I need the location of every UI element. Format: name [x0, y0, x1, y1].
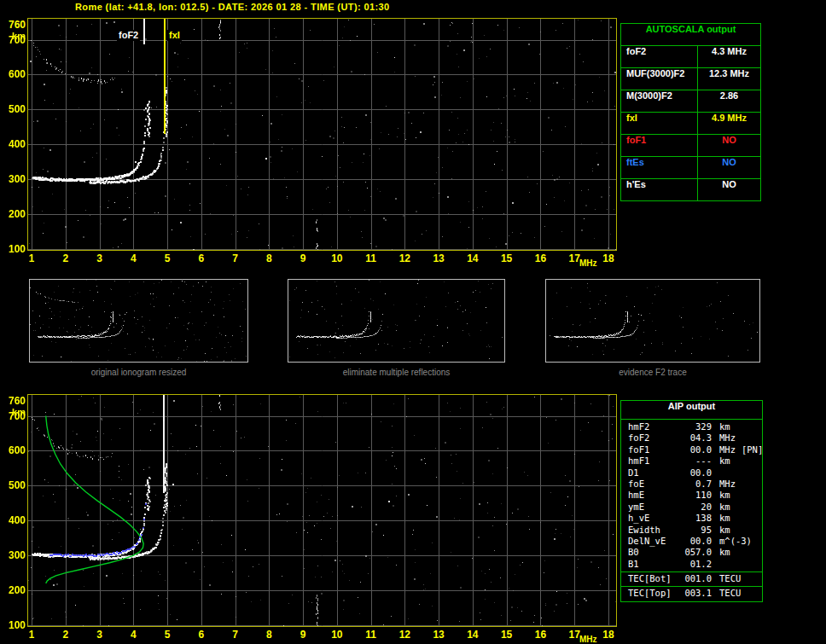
x-tick-label: 6 — [191, 252, 212, 264]
autoscala-row: MUF(3000)F212.3 MHz — [621, 68, 760, 90]
aip-row-value: 110 — [681, 490, 712, 501]
aip-row: hmF2329km — [621, 421, 762, 432]
x-tick-label: 14 — [462, 252, 483, 264]
y-tick-label: 300 — [3, 173, 26, 185]
y-tick-label: 400 — [3, 138, 26, 150]
aip-row-label: B0 — [628, 547, 681, 558]
y-tick-label: 300 — [3, 549, 26, 561]
x-tick-label: 18 — [598, 629, 619, 641]
thumbnail-eliminate-canvas — [288, 280, 504, 362]
x-tick-label: 9 — [293, 629, 313, 641]
autoscala-row-value: 2.86 — [698, 90, 760, 112]
aip-separator — [621, 586, 762, 587]
x-tick-label: 7 — [225, 252, 246, 264]
bottom-ionogram-canvas — [28, 395, 616, 626]
aip-row-unit: km — [719, 502, 730, 513]
aip-row: hmF1---km — [621, 455, 762, 467]
x-tick-label: 16 — [530, 252, 550, 264]
aip-row-label: D1 — [628, 467, 681, 479]
bottom-ionogram-panel — [27, 394, 617, 627]
aip-row: B0057.0km — [621, 547, 762, 558]
x-tick-label: 1 — [21, 629, 42, 641]
autoscala-row-value: 12.3 MHz — [698, 68, 760, 90]
aip-row-value: 0.7 — [681, 479, 712, 490]
aip-row: foF204.3MHz — [621, 432, 762, 444]
page-title: Rome (lat: +41.8, lon: 012.5) - DATE: 20… — [75, 2, 390, 12]
aip-row-value: 138 — [681, 513, 712, 524]
aip-row-unit: km — [719, 525, 730, 536]
x-tick-label: 10 — [327, 629, 347, 641]
aip-row-extra: [PN] — [742, 444, 763, 455]
aip-row-label: hmF2 — [628, 421, 681, 432]
foF2-marker-label: foF2 — [117, 30, 140, 41]
top-ionogram-canvas — [28, 19, 616, 250]
aip-row-label: hmE — [628, 490, 681, 501]
aip-row-unit: MHz — [719, 444, 736, 455]
autoscala-row-value: 4.3 MHz — [698, 46, 760, 67]
x-tick-label: 10 — [327, 252, 347, 264]
y-tick-label: 760 — [3, 395, 26, 407]
aip-row-value: 20 — [681, 502, 712, 513]
y-axis-unit-label: km — [3, 407, 26, 417]
y-tick-label: 600 — [3, 68, 26, 80]
aip-row: ymE20km — [621, 502, 762, 513]
aip-row-value: 00.0 — [681, 467, 712, 479]
x-tick-label: 1 — [21, 252, 42, 264]
x-tick-label: 9 — [293, 252, 313, 264]
x-tick-label: 13 — [428, 629, 449, 641]
y-tick-label: 200 — [3, 208, 26, 220]
x-tick-label: 18 — [598, 252, 619, 264]
autoscala-row: foF24.3 MHz — [621, 46, 760, 68]
aip-row-value: 95 — [681, 525, 712, 536]
autoscala-row-value: NO — [698, 157, 760, 178]
y-axis-unit-label: km — [3, 31, 26, 41]
aip-row: TEC[Top]003.1TECU — [621, 588, 762, 599]
x-tick-label: 5 — [157, 252, 177, 264]
autoscala-row-value: NO — [698, 135, 760, 156]
x-tick-label: 13 — [428, 252, 449, 264]
aip-row-label: foF2 — [628, 432, 681, 444]
y-tick-label: 400 — [3, 514, 26, 526]
aip-row-unit: km — [719, 513, 730, 524]
aip-row-label: TEC[Bot] — [628, 573, 681, 584]
fxI-marker-label: fxI — [167, 30, 182, 41]
x-tick-label: 14 — [462, 629, 483, 641]
x-tick-label: 16 — [530, 629, 550, 641]
x-tick-label: 8 — [259, 629, 279, 641]
thumbnail-caption-evidence: evidence F2 trace — [545, 368, 760, 377]
autoscala-row-label: ftEs — [621, 157, 698, 178]
y-tick-label: 600 — [3, 444, 26, 456]
aip-row: TEC[Bot]001.0TECU — [621, 573, 762, 584]
aip-row-unit: km — [719, 421, 730, 432]
y-tick-label: 760 — [3, 19, 26, 31]
aip-row-label: foE — [628, 479, 681, 490]
x-tick-label: 8 — [259, 252, 279, 264]
x-tick-label: 12 — [394, 252, 415, 264]
aip-row-label: TEC[Top] — [628, 588, 681, 599]
y-tick-label: 500 — [3, 103, 26, 115]
aip-row: DelN_vE00.0m^(-3) — [621, 536, 762, 547]
x-tick-label: 15 — [497, 252, 517, 264]
thumbnail-original-canvas — [30, 280, 247, 362]
aip-row-value: 00.0 — [681, 536, 712, 547]
aip-row-unit: MHz — [719, 432, 736, 444]
x-tick-label: 2 — [55, 629, 76, 641]
aip-rows: hmF2329kmfoF204.3MHzfoF100.0MHz[PN]hmF1-… — [621, 420, 762, 601]
x-tick-label: 5 — [157, 629, 177, 641]
autoscala-row-value: NO — [698, 179, 760, 200]
aip-row: D100.0 — [621, 467, 762, 479]
aip-output-table: AIP output hmF2329kmfoF204.3MHzfoF100.0M… — [620, 400, 763, 602]
aip-row: foF100.0MHz[PN] — [621, 444, 762, 455]
aip-row: hmE110km — [621, 490, 762, 501]
x-axis-unit-label: MHz — [579, 258, 597, 268]
autoscala-row: foF1NO — [621, 135, 760, 157]
thumbnail-evidence-canvas — [546, 280, 759, 362]
autoscala-row-value: 4.9 MHz — [698, 113, 760, 134]
aip-row-value: --- — [681, 455, 712, 467]
autoscala-row-label: foF2 — [621, 46, 698, 67]
aip-row-unit: km — [719, 490, 730, 501]
thumbnail-evidence-f2 — [545, 279, 760, 363]
aip-row-label: foF1 — [628, 444, 681, 455]
x-tick-label: 6 — [191, 629, 212, 641]
autoscala-row-label: M(3000)F2 — [621, 90, 698, 112]
